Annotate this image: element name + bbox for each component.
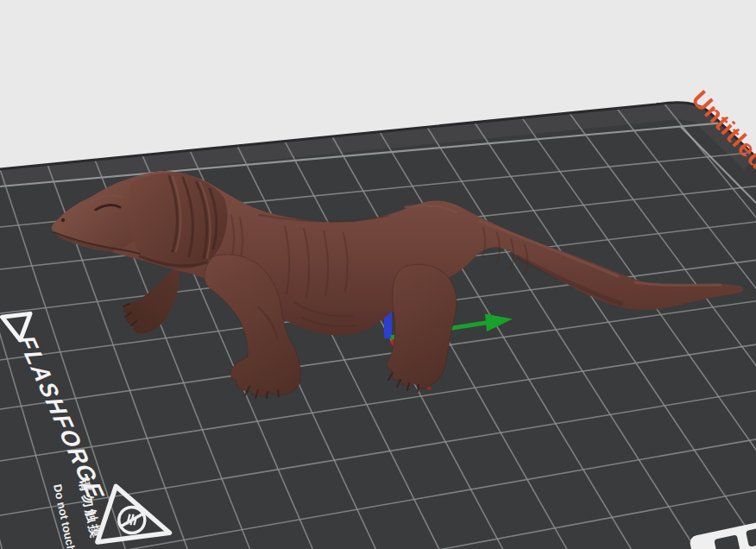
viewport-3d[interactable]: FLASHFORGE Do not touch 请勿触摸 Untitled [0,0,756,549]
nostril [61,218,65,222]
